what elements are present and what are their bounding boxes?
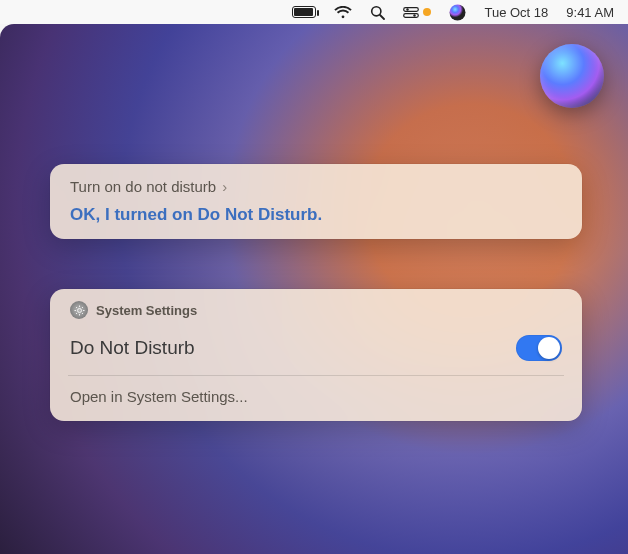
- spotlight-icon[interactable]: [370, 5, 385, 20]
- desktop-wallpaper: Turn on do not disturb › OK, I turned on…: [0, 24, 628, 554]
- svg-point-6: [450, 4, 466, 20]
- open-in-settings-link[interactable]: Open in System Settings...: [70, 376, 562, 411]
- svg-point-3: [407, 8, 409, 10]
- battery-icon[interactable]: [292, 6, 316, 18]
- dnd-toggle[interactable]: [516, 335, 562, 361]
- svg-line-13: [82, 313, 83, 314]
- svg-line-12: [76, 307, 77, 308]
- siri-query-text: Turn on do not disturb: [70, 178, 216, 195]
- siri-response-text: OK, I turned on Do Not Disturb.: [70, 205, 562, 225]
- status-dot-icon: [423, 8, 431, 16]
- chevron-right-icon: ›: [222, 178, 227, 195]
- siri-panel: Turn on do not disturb › OK, I turned on…: [50, 164, 582, 239]
- settings-card: System Settings Do Not Disturb Open in S…: [50, 289, 582, 421]
- svg-rect-4: [404, 13, 419, 17]
- svg-line-14: [82, 307, 83, 308]
- gear-icon: [70, 301, 88, 319]
- svg-line-1: [380, 15, 384, 19]
- siri-orb[interactable]: [540, 44, 604, 108]
- svg-point-5: [414, 14, 416, 16]
- wifi-icon[interactable]: [334, 6, 352, 19]
- settings-toggle-row: Do Not Disturb: [70, 329, 562, 375]
- settings-title: Do Not Disturb: [70, 337, 195, 359]
- svg-line-15: [76, 313, 77, 314]
- settings-card-source: System Settings: [96, 303, 197, 318]
- svg-point-7: [77, 308, 81, 312]
- settings-card-header: System Settings: [70, 301, 562, 319]
- svg-rect-2: [404, 7, 419, 11]
- menubar: Tue Oct 18 9:41 AM: [0, 0, 628, 24]
- control-center-icon[interactable]: [403, 7, 431, 18]
- siri-icon[interactable]: [449, 4, 466, 21]
- menubar-date[interactable]: Tue Oct 18: [484, 5, 548, 20]
- siri-query-row[interactable]: Turn on do not disturb ›: [70, 178, 562, 195]
- menubar-time[interactable]: 9:41 AM: [566, 5, 614, 20]
